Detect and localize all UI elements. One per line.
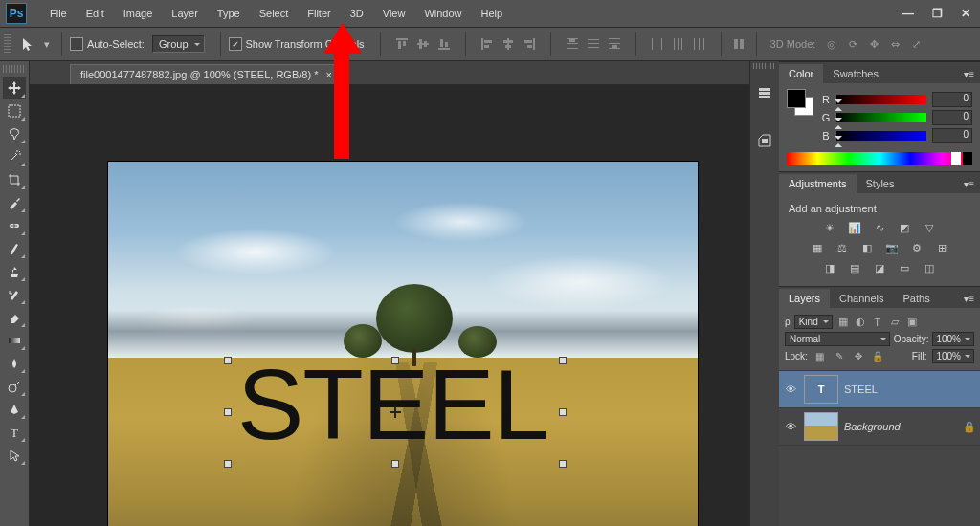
filter-adjustment-icon[interactable]: ◐ [854, 316, 867, 329]
transform-handle-tl[interactable] [224, 357, 232, 364]
distribute-right-icon[interactable] [690, 34, 709, 54]
paths-tab[interactable]: Paths [894, 289, 940, 308]
crop-tool[interactable] [3, 169, 26, 190]
lock-all-icon[interactable]: 🔒 [871, 350, 884, 363]
transform-center-icon[interactable] [390, 406, 401, 418]
menu-edit[interactable]: Edit [77, 4, 114, 23]
type-tool[interactable]: T [3, 422, 26, 443]
distribute-vcenter-icon[interactable] [584, 34, 603, 54]
pen-tool[interactable] [3, 399, 26, 420]
brush-tool[interactable] [3, 238, 26, 259]
layer-filter-select[interactable]: Kind [794, 315, 833, 329]
layer-thumbnail[interactable]: T [804, 375, 838, 404]
brightness-contrast-icon[interactable]: ☀ [821, 220, 838, 235]
lasso-tool[interactable] [3, 123, 26, 144]
levels-icon[interactable]: 📊 [846, 220, 863, 235]
b-value-input[interactable]: 0 [932, 128, 972, 143]
auto-align-icon[interactable] [729, 34, 748, 54]
styles-tab[interactable]: Styles [857, 174, 904, 193]
menu-image[interactable]: Image [114, 4, 163, 23]
lock-position-icon[interactable]: ✥ [852, 350, 865, 363]
color-swatch-pair[interactable] [787, 89, 813, 116]
move-tool[interactable] [3, 77, 26, 99]
fill-input[interactable]: 100% [932, 349, 974, 363]
panel-menu-icon[interactable]: ▾≡ [958, 290, 980, 308]
layer-thumbnail[interactable] [804, 412, 838, 441]
layer-row[interactable]: 👁TSTEEL [779, 371, 980, 408]
window-close-icon[interactable]: ✕ [957, 7, 974, 20]
opacity-input[interactable]: 100% [932, 332, 974, 346]
visibility-eye-icon[interactable]: 👁 [783, 384, 798, 395]
menu-help[interactable]: Help [472, 4, 513, 23]
menu-select[interactable]: Select [250, 4, 299, 23]
color-spectrum[interactable] [787, 152, 972, 165]
transform-handle-ml[interactable] [224, 408, 232, 416]
menu-3d[interactable]: 3D [341, 4, 373, 23]
filter-shape-icon[interactable]: ▱ [888, 316, 902, 329]
color-tab[interactable]: Color [779, 64, 823, 83]
distribute-hcenter-icon[interactable] [669, 34, 688, 54]
menu-filter[interactable]: Filter [298, 4, 340, 23]
transform-handle-tr[interactable] [559, 357, 567, 364]
path-selection-tool[interactable] [3, 445, 26, 466]
b-slider[interactable] [836, 131, 926, 141]
color-lookup-icon[interactable]: ⊞ [933, 240, 950, 255]
layer-name-label[interactable]: Background [844, 421, 901, 432]
blend-mode-select[interactable]: Normal [785, 332, 890, 346]
document-tab[interactable]: file0001477487882.jpg @ 100% (STEEL, RGB… [70, 64, 343, 84]
filter-smart-icon[interactable]: ▣ [905, 316, 919, 329]
transform-handle-tc[interactable] [391, 357, 399, 364]
posterize-icon[interactable]: ▤ [846, 260, 863, 275]
r-slider[interactable] [836, 95, 926, 104]
g-slider[interactable] [836, 113, 926, 122]
hue-saturation-icon[interactable]: ▦ [809, 240, 826, 255]
show-transform-checkbox[interactable] [229, 37, 242, 51]
menu-file[interactable]: File [40, 4, 77, 23]
align-bottom-icon[interactable] [434, 34, 454, 54]
gradient-tool[interactable] [3, 330, 26, 351]
history-brush-tool[interactable] [3, 284, 26, 305]
gradient-map-icon[interactable]: ▭ [896, 260, 913, 275]
transform-bbox[interactable] [228, 361, 563, 464]
transform-handle-br[interactable] [559, 460, 567, 468]
lock-transparency-icon[interactable]: ▦ [813, 350, 827, 363]
blur-tool[interactable] [3, 353, 26, 374]
photo-filter-icon[interactable]: 📷 [883, 240, 901, 255]
selective-color-icon[interactable]: ◫ [921, 260, 938, 275]
g-value-input[interactable]: 0 [932, 110, 972, 125]
align-top-icon[interactable] [392, 34, 412, 54]
align-vcenter-icon[interactable] [413, 34, 433, 54]
curves-icon[interactable]: ∿ [871, 220, 888, 235]
foreground-color-swatch[interactable] [787, 89, 806, 108]
properties-panel-icon[interactable] [752, 128, 777, 153]
dodge-tool[interactable] [3, 376, 26, 397]
move-tool-indicator-icon[interactable] [17, 33, 40, 55]
3d-scale-icon[interactable]: ⤢ [907, 35, 924, 53]
color-balance-icon[interactable]: ⚖ [834, 240, 851, 255]
transform-handle-mr[interactable] [559, 408, 567, 416]
vibrance-icon[interactable]: ▽ [921, 220, 938, 235]
r-value-input[interactable]: 0 [932, 92, 972, 107]
eyedropper-tool[interactable] [3, 192, 26, 213]
lock-pixels-icon[interactable]: ✎ [833, 350, 846, 363]
adjustments-tab[interactable]: Adjustments [779, 174, 857, 193]
align-left-icon[interactable] [478, 34, 497, 54]
3d-pan-icon[interactable]: ✥ [865, 35, 882, 53]
menu-window[interactable]: Window [414, 4, 471, 23]
eraser-tool[interactable] [3, 307, 26, 328]
threshold-icon[interactable]: ◪ [871, 260, 888, 275]
distribute-left-icon[interactable] [648, 34, 667, 54]
auto-select-mode-select[interactable]: Group [152, 35, 205, 53]
panel-menu-icon[interactable]: ▾≡ [958, 175, 980, 193]
3d-roll-icon[interactable]: ⟳ [844, 35, 861, 53]
visibility-eye-icon[interactable]: 👁 [783, 421, 798, 432]
menu-type[interactable]: Type [208, 4, 250, 23]
distribute-top-icon[interactable] [563, 34, 582, 54]
black-white-icon[interactable]: ◧ [858, 240, 876, 255]
clone-stamp-tool[interactable] [3, 261, 26, 282]
exposure-icon[interactable]: ◩ [896, 220, 913, 235]
channel-mixer-icon[interactable]: ⚙ [908, 240, 925, 255]
align-right-icon[interactable] [520, 34, 539, 54]
layer-row[interactable]: 👁Background🔒 [779, 408, 980, 446]
layer-name-label[interactable]: STEEL [844, 384, 878, 395]
